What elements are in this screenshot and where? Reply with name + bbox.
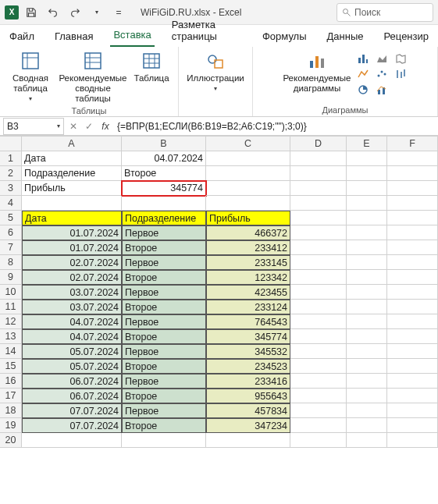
row-header[interactable]: 13	[0, 329, 22, 344]
col-header[interactable]: A	[22, 137, 122, 151]
chart-scatter-button[interactable]	[374, 67, 390, 81]
table-cell[interactable]: 07.07.2024	[22, 403, 122, 418]
table-cell[interactable]: Первое	[122, 344, 206, 359]
row-header[interactable]: 9	[0, 270, 22, 285]
table-cell[interactable]: 03.07.2024	[22, 285, 122, 300]
cell[interactable]	[347, 240, 387, 255]
tab-layout[interactable]: Разметка страницы	[169, 16, 245, 47]
cell[interactable]: Подразделение	[22, 166, 122, 181]
table-cell[interactable]: Первое	[122, 374, 206, 389]
cell[interactable]	[290, 196, 347, 211]
cell[interactable]	[290, 240, 347, 255]
cell[interactable]	[206, 166, 290, 181]
cell[interactable]	[290, 285, 347, 300]
table-cell[interactable]: Второе	[122, 418, 206, 433]
cell[interactable]	[347, 151, 387, 166]
formula-input[interactable]: {=ВПР(B1;ЕСЛИ(B6:B19=B2;A6:C19;"");3;0)}	[114, 121, 438, 132]
cell[interactable]	[290, 403, 347, 418]
table-cell[interactable]: 07.07.2024	[22, 418, 122, 433]
table-cell[interactable]: Второе	[122, 329, 206, 344]
spreadsheet-grid[interactable]: A B C D E F 1 Дата 04.07.2024 2 Подразде…	[0, 136, 438, 448]
table-cell[interactable]: 02.07.2024	[22, 255, 122, 270]
cell[interactable]	[387, 211, 438, 225]
table-cell[interactable]: 764543	[206, 314, 290, 329]
row-header[interactable]: 16	[0, 374, 22, 389]
cell[interactable]	[290, 314, 347, 329]
col-header[interactable]: F	[387, 137, 438, 151]
table-cell[interactable]: Второе	[122, 300, 206, 314]
table-cell[interactable]: 466372	[206, 225, 290, 240]
table-cell[interactable]: 05.07.2024	[22, 344, 122, 359]
cell[interactable]	[387, 359, 438, 374]
cell[interactable]	[387, 255, 438, 270]
table-cell[interactable]: 04.07.2024	[22, 329, 122, 344]
recommended-charts-button[interactable]: Рекомендуемые диаграммы	[282, 48, 352, 94]
cell[interactable]	[206, 181, 290, 196]
cell[interactable]	[387, 285, 438, 300]
row-header[interactable]: 5	[0, 211, 22, 225]
cell[interactable]	[347, 270, 387, 285]
chart-pie-button[interactable]	[355, 83, 371, 97]
illustrations-button[interactable]: Иллюстрации ▾	[185, 48, 246, 92]
cell[interactable]: Дата	[22, 151, 122, 166]
table-cell[interactable]: 233416	[206, 374, 290, 389]
table-cell[interactable]: 345774	[206, 329, 290, 344]
cell[interactable]	[290, 211, 347, 225]
cell[interactable]: Прибыль	[22, 181, 122, 196]
table-cell[interactable]: Первое	[122, 314, 206, 329]
col-header[interactable]: B	[122, 137, 206, 151]
cancel-formula-button[interactable]: ✕	[66, 121, 81, 132]
table-button[interactable]: Таблица	[131, 48, 172, 83]
row-header[interactable]: 1	[0, 151, 22, 166]
cell[interactable]	[387, 433, 438, 448]
cell[interactable]	[387, 151, 438, 166]
table-cell[interactable]: 955643	[206, 389, 290, 403]
table-cell[interactable]: Первое	[122, 225, 206, 240]
qat-overflow-button[interactable]: ▾	[87, 3, 106, 22]
row-header[interactable]: 4	[0, 196, 22, 211]
cell[interactable]	[290, 270, 347, 285]
table-cell[interactable]: Первое	[122, 285, 206, 300]
row-header[interactable]: 15	[0, 359, 22, 374]
table-cell[interactable]: 457834	[206, 403, 290, 418]
cell[interactable]	[347, 196, 387, 211]
row-header[interactable]: 17	[0, 389, 22, 403]
cell[interactable]	[347, 166, 387, 181]
table-cell[interactable]: 04.07.2024	[22, 314, 122, 329]
qat-separator-button[interactable]: =	[109, 3, 128, 22]
cell[interactable]	[387, 166, 438, 181]
cell[interactable]	[290, 181, 347, 196]
table-cell[interactable]: 423455	[206, 285, 290, 300]
row-header[interactable]: 10	[0, 285, 22, 300]
col-header[interactable]: E	[347, 137, 387, 151]
cell[interactable]: Второе	[122, 166, 206, 181]
table-header-cell[interactable]: Дата	[22, 211, 122, 225]
cell[interactable]	[347, 211, 387, 225]
enter-formula-button[interactable]: ✓	[81, 121, 97, 132]
table-cell[interactable]: Второе	[122, 389, 206, 403]
chart-map-button[interactable]	[393, 51, 408, 66]
cell[interactable]	[387, 181, 438, 196]
tab-file[interactable]: Файл	[6, 27, 37, 47]
row-header[interactable]: 12	[0, 314, 22, 329]
cell[interactable]	[290, 374, 347, 389]
row-header[interactable]: 14	[0, 344, 22, 359]
table-cell[interactable]: 02.07.2024	[22, 270, 122, 285]
selected-cell[interactable]: 345774	[122, 181, 206, 196]
recommended-pivot-button[interactable]: Рекомендуемые сводные таблицы	[58, 48, 128, 105]
undo-button[interactable]	[44, 3, 62, 22]
cell[interactable]	[347, 389, 387, 403]
redo-button[interactable]	[66, 3, 84, 22]
row-header[interactable]: 19	[0, 418, 22, 433]
cell[interactable]	[387, 240, 438, 255]
cell[interactable]	[347, 359, 387, 374]
table-cell[interactable]: Первое	[122, 255, 206, 270]
cell[interactable]	[290, 225, 347, 240]
tab-formulas[interactable]: Формулы	[259, 27, 310, 47]
table-cell[interactable]: 06.07.2024	[22, 374, 122, 389]
cell[interactable]	[347, 314, 387, 329]
cell[interactable]	[290, 329, 347, 344]
cell[interactable]	[347, 300, 387, 314]
cell[interactable]	[206, 433, 290, 448]
save-button[interactable]	[22, 3, 41, 22]
